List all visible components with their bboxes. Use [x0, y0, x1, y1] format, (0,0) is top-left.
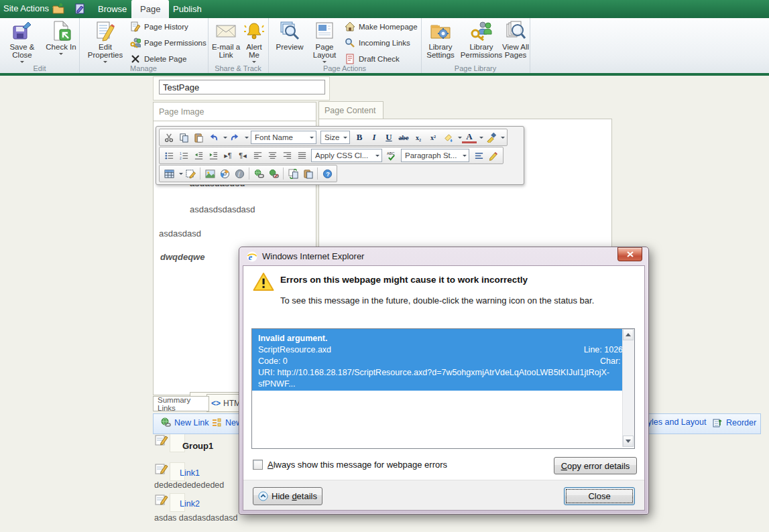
- chevron-down-icon[interactable]: [501, 137, 505, 141]
- font-size-combo[interactable]: Size: [320, 131, 350, 144]
- chevron-down-icon[interactable]: [245, 137, 249, 141]
- delete-page-button[interactable]: Delete Page: [130, 52, 186, 66]
- svg-text:1: 1: [179, 151, 181, 155]
- details-scrollbar[interactable]: [622, 329, 634, 447]
- increase-indent-button[interactable]: [206, 149, 221, 162]
- underline-button[interactable]: U: [381, 131, 396, 144]
- font-color-button[interactable]: A: [462, 131, 477, 143]
- arrow-up-icon: [626, 330, 631, 336]
- tab-page-content[interactable]: Page Content: [318, 101, 383, 119]
- separator: [200, 168, 200, 180]
- copy-button[interactable]: [176, 131, 191, 144]
- cut-button[interactable]: [162, 131, 176, 144]
- edit-page-icon[interactable]: [74, 3, 86, 15]
- spellcheck-button[interactable]: ABC: [384, 149, 399, 162]
- strikethrough-button[interactable]: abe: [396, 131, 411, 144]
- remove-link-button[interactable]: [266, 167, 281, 180]
- line-spacing-button[interactable]: [471, 149, 486, 162]
- convert-button[interactable]: [286, 167, 300, 180]
- edit-item-icon[interactable]: [155, 493, 168, 507]
- new-link-icon: [160, 417, 171, 428]
- alert-me-button[interactable]: Alert Me: [243, 20, 265, 65]
- decrease-indent-button[interactable]: [191, 149, 206, 162]
- ribbon-group-actions: Preview Page Layout Make Homepage Incomi…: [268, 18, 422, 73]
- preview-button[interactable]: Preview: [274, 20, 306, 51]
- page-layout-button[interactable]: Page Layout: [307, 20, 342, 65]
- numbered-list-button[interactable]: 12: [176, 149, 191, 162]
- edit-item-icon[interactable]: [155, 434, 168, 447]
- bullet-list-button[interactable]: [162, 149, 176, 162]
- format-painter-button[interactable]: [483, 131, 498, 144]
- italic-button[interactable]: I: [367, 131, 381, 144]
- copy-error-details-button[interactable]: Copy error details: [554, 457, 637, 474]
- site-actions-menu[interactable]: Site Actions: [3, 3, 58, 13]
- page-permissions-button[interactable]: Page Permissions: [130, 36, 206, 50]
- tab-summary-links[interactable]: Summary Links: [153, 396, 209, 411]
- apply-css-combo[interactable]: Apply CSS Cl...: [311, 149, 382, 162]
- navigate-up-icon[interactable]: [52, 3, 64, 15]
- rich-text-toolbar: Font Name Size B I U abe x₂ x² A 12 ▸¶ ¶…: [156, 126, 524, 185]
- page-history-button[interactable]: Page History: [130, 20, 188, 34]
- left-to-right-button[interactable]: ▸¶: [221, 149, 235, 162]
- paste-button[interactable]: [191, 131, 206, 144]
- always-show-checkbox[interactable]: [253, 460, 263, 470]
- close-button[interactable]: Close: [564, 487, 635, 505]
- page-title-input[interactable]: [159, 80, 325, 94]
- redo-button[interactable]: [227, 131, 242, 144]
- tab-publish[interactable]: Publish: [164, 0, 211, 18]
- font-name-combo[interactable]: Font Name: [251, 131, 316, 144]
- align-center-button[interactable]: [265, 149, 280, 162]
- align-left-button[interactable]: [250, 149, 265, 162]
- align-right-button[interactable]: [280, 149, 294, 162]
- tab-page[interactable]: Page: [131, 0, 169, 18]
- save-close-button[interactable]: Save & Close: [1, 20, 43, 65]
- unlink-icon: [269, 169, 279, 179]
- insert-media-button[interactable]: [217, 167, 232, 180]
- error-entry-selected[interactable]: Invalid argument. ScriptResource.axd Lin…: [252, 329, 634, 391]
- editor-text-line: dwqdeqwe: [160, 252, 204, 262]
- insert-flash-button[interactable]: f: [232, 167, 247, 180]
- help-button[interactable]: ?: [320, 167, 335, 180]
- highlight-color-button[interactable]: [440, 131, 455, 144]
- incoming-links-button[interactable]: Incoming Links: [345, 36, 410, 50]
- close-window-button[interactable]: [617, 247, 642, 261]
- subscript-button[interactable]: x₂: [411, 131, 426, 144]
- warning-icon: [253, 272, 274, 291]
- tab-page-image[interactable]: Page Image: [153, 102, 316, 121]
- right-to-left-button[interactable]: ¶◂: [235, 149, 250, 162]
- new-link-button[interactable]: New Link: [160, 417, 209, 428]
- paragraph-style-combo[interactable]: Paragraph St...: [401, 149, 469, 162]
- group-label-edit: Edit: [0, 64, 79, 72]
- hide-details-button[interactable]: Hide details: [253, 487, 322, 505]
- edit-properties-button[interactable]: Edit Properties: [84, 20, 126, 65]
- summary-link-1-description: dededededededed: [154, 480, 224, 490]
- summary-link-2[interactable]: Link2: [180, 499, 200, 509]
- bold-button[interactable]: B: [352, 131, 367, 144]
- email-link-button[interactable]: E-mail a Link: [211, 20, 241, 59]
- make-homepage-button[interactable]: Make Homepage: [345, 20, 418, 34]
- check-in-button[interactable]: Check In: [44, 20, 78, 57]
- justify-button[interactable]: [294, 149, 309, 162]
- view-all-pages-button[interactable]: View All Pages: [501, 20, 530, 59]
- table-properties-button[interactable]: [183, 167, 198, 180]
- site-actions-label: Site Actions: [3, 3, 49, 13]
- styles-layout-button[interactable]: Styles and Layout: [640, 417, 706, 427]
- paste-plain-button[interactable]: [300, 167, 315, 180]
- insert-table-button[interactable]: [162, 167, 176, 180]
- summary-link-1[interactable]: Link1: [180, 468, 200, 478]
- tab-browse[interactable]: Browse: [89, 0, 135, 18]
- reorder-button[interactable]: Reorder: [712, 417, 756, 428]
- draft-check-button[interactable]: Draft Check: [345, 52, 400, 66]
- insert-image-button[interactable]: [202, 167, 217, 180]
- undo-button[interactable]: [206, 131, 221, 144]
- always-show-label[interactable]: Always show this message for webpage err…: [268, 460, 447, 470]
- library-permissions-button[interactable]: Library Permissions: [460, 20, 503, 59]
- library-settings-button[interactable]: Library Settings: [422, 20, 459, 59]
- edit-item-icon[interactable]: [155, 462, 168, 476]
- scroll-up-button[interactable]: [623, 329, 634, 340]
- edit-source-button[interactable]: [486, 149, 501, 162]
- insert-link-button[interactable]: [251, 167, 266, 180]
- dialog-titlebar[interactable]: e Windows Internet Explorer: [239, 247, 656, 265]
- superscript-button[interactable]: x²: [426, 131, 440, 144]
- scroll-down-button[interactable]: [623, 436, 634, 447]
